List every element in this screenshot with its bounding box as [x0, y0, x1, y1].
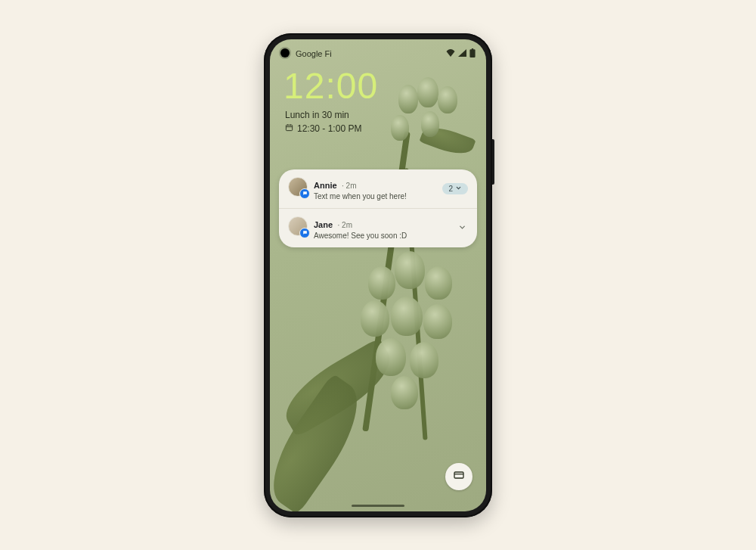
battery-icon: [469, 48, 476, 59]
notification-stack: Annie · 2m Text me when you get here! 2: [279, 169, 477, 247]
notification-age: · 2m: [342, 182, 356, 190]
status-bar: Google Fi: [270, 47, 486, 61]
wallet-shortcut[interactable]: [445, 463, 472, 490]
event-title: Lunch in 30 min: [285, 109, 361, 122]
svg-rect-6: [454, 472, 463, 478]
messages-app-badge-icon: [299, 228, 310, 238]
carrier-label: Google Fi: [296, 49, 446, 58]
expand-button[interactable]: [456, 222, 468, 234]
avatar: [288, 216, 308, 236]
messages-app-badge-icon: [299, 188, 310, 199]
notification-item[interactable]: Annie · 2m Text me when you get here! 2: [279, 169, 477, 208]
notification-message: Awesome! See you soon :D: [314, 231, 450, 240]
notification-message: Text me when you get here!: [314, 192, 436, 200]
event-time: 12:30 - 1:00 PM: [297, 123, 361, 135]
notification-sender: Annie: [314, 181, 337, 190]
chevron-down-icon: [455, 185, 462, 193]
svg-rect-1: [472, 48, 473, 50]
notification-count-pill[interactable]: 2: [442, 183, 468, 194]
card-icon: [453, 469, 465, 484]
calendar-icon: [285, 123, 293, 135]
at-a-glance[interactable]: Lunch in 30 min 12:30 - 1:00 PM: [285, 109, 361, 136]
gesture-bar[interactable]: [352, 505, 404, 507]
chevron-down-icon: [458, 221, 466, 235]
punch-hole-camera: [280, 48, 290, 57]
power-button: [492, 139, 494, 185]
svg-rect-0: [469, 49, 475, 57]
signal-icon: [458, 49, 466, 58]
wifi-icon: [446, 49, 455, 58]
notification-age: · 2m: [338, 221, 352, 229]
avatar: [288, 177, 308, 197]
notification-item[interactable]: Jane · 2m Awesome! See you soon :D: [279, 208, 477, 247]
notification-sender: Jane: [314, 220, 333, 229]
lock-screen[interactable]: Google Fi 12:00 Lunch in 30 min: [270, 39, 486, 511]
canvas: Google Fi 12:00 Lunch in 30 min: [0, 0, 756, 550]
lock-clock: 12:00: [284, 65, 378, 107]
phone-frame: Google Fi 12:00 Lunch in 30 min: [264, 33, 492, 517]
notification-count: 2: [448, 185, 453, 193]
svg-rect-2: [286, 126, 292, 131]
